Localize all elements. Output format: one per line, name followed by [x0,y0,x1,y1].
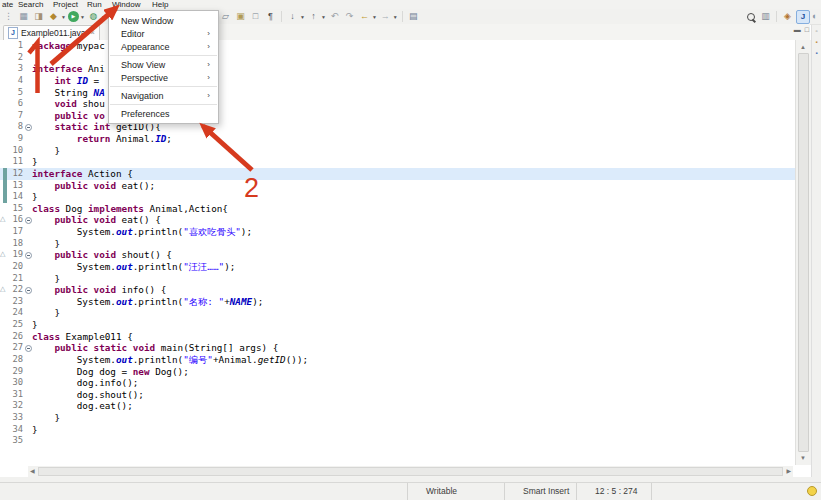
restore-views-icon[interactable]: ▫ [815,28,817,34]
horizontal-scrollbar-thumb[interactable] [38,467,783,476]
fold-ruler [23,261,32,273]
outline-icon[interactable]: ▪ [815,50,817,56]
next-annotation-button[interactable]: ↓ [286,10,299,23]
external-tools-button[interactable]: ◆ [47,10,60,23]
clipped-icon[interactable]: ⋮ [2,10,15,23]
annotation-ruler [0,331,9,343]
fold-ruler [23,307,32,319]
prev-annotation-button-caret-icon[interactable]: ▼ [321,14,326,20]
java-perspective-button[interactable]: J [796,10,810,24]
back-button[interactable]: ← [358,10,371,23]
override-marker-icon[interactable]: △ [0,215,5,222]
annotation-ruler [0,87,9,99]
open-console-icon[interactable]: ▤ [407,10,420,23]
menubar-item-run[interactable]: Run [87,0,102,9]
prev-annotation-button[interactable]: ↑ [307,10,320,23]
fold-marker-icon[interactable] [25,345,32,352]
code-text: interface Ani [32,63,105,75]
scroll-up-icon[interactable]: ▲ [800,44,806,50]
open-perspective-icon[interactable]: ◈ [781,10,794,23]
fold-ruler [23,366,32,378]
fold-ruler [23,377,32,389]
line-number: 17 [9,226,23,238]
code-line: 12interface Action { [0,168,795,180]
menu-item-navigation[interactable]: Navigation› [109,89,218,102]
menu-item-editor[interactable]: Editor› [109,27,218,40]
tab-close-icon[interactable]: × [90,29,95,37]
code-text: dog.info(); [32,377,138,389]
window-menu-dropdown: New WindowEditor›Appearance›Show View›Pe… [108,10,219,124]
open-task-icon[interactable]: ▥ [759,10,772,23]
code-text: class Dog implements Animal,Action{ [32,203,228,215]
fold-marker-icon[interactable] [25,287,32,294]
line-number: 3 [9,63,23,75]
vertical-scrollbar-thumb[interactable] [798,53,809,452]
code-line: 31 dog.shout(); [0,389,795,401]
run-button[interactable]: ▶ [68,11,79,22]
annotation-ruler [0,226,9,238]
fold-ruler [23,296,32,308]
line-number: 6 [9,98,23,110]
annotation-ruler [0,377,9,389]
task-list-icon[interactable]: ▪ [815,39,817,45]
scroll-left-icon[interactable]: ◀ [30,468,35,475]
maximize-icon[interactable]: □ [805,26,809,33]
override-marker-icon[interactable]: △ [0,250,5,257]
menubar-item-window[interactable]: Window [112,0,140,9]
menu-item-appearance[interactable]: Appearance› [109,40,218,53]
menu-item-show-view[interactable]: Show View› [109,58,218,71]
submenu-chevron-icon: › [207,29,210,38]
annotation-ruler [0,121,9,133]
back-button-caret-icon[interactable]: ▼ [372,14,377,20]
forward-button-caret-icon[interactable]: ▼ [393,14,398,20]
open-type-icon[interactable]: ▣ [234,10,247,23]
new-class-icon[interactable]: ▱ [219,10,232,23]
menubar-item-ate[interactable]: ate [2,0,13,9]
scroll-right-icon[interactable]: ▶ [786,468,791,475]
run-button-caret-icon[interactable]: ▼ [80,14,85,20]
line-number: 31 [9,389,23,401]
external-tools-button-caret-icon[interactable]: ▼ [61,14,66,20]
redo-icon[interactable]: ↷ [343,10,356,23]
show-whitespace-icon[interactable]: ¶ [264,10,277,23]
clipped-perspective-icon[interactable]: ◐ [812,10,818,23]
tab-example011[interactable]: J Example011.java × [3,25,100,40]
menu-item-new-window[interactable]: New Window [109,14,218,27]
scroll-down-icon[interactable]: ▼ [800,455,806,461]
annotation-ruler [0,319,9,331]
vertical-scrollbar[interactable]: ▲ ▼ [795,40,811,465]
submenu-chevron-icon: › [207,73,210,82]
line-number: 35 [9,435,23,447]
fold-ruler [23,249,32,261]
forward-button[interactable]: → [379,10,392,23]
annotation-ruler [0,98,9,110]
fold-marker-icon[interactable] [25,217,32,224]
menu-item-perspective[interactable]: Perspective› [109,71,218,84]
menu-item-preferences[interactable]: Preferences [109,107,218,120]
java-file-icon: J [8,27,18,39]
pin-editor-icon[interactable]: □ [249,10,262,23]
annotation-ruler [0,238,9,250]
horizontal-scrollbar[interactable]: ◀ ▶ [28,466,793,477]
undo-icon[interactable]: ↶ [328,10,341,23]
coverage-button[interactable]: ◍ [87,10,100,23]
fold-ruler [23,214,32,226]
line-number: 25 [9,319,23,331]
menubar-item-help[interactable]: Help [152,0,168,9]
coverage-button-caret-icon[interactable]: ▼ [101,14,106,20]
search-icon [747,13,755,21]
next-annotation-button-caret-icon[interactable]: ▼ [300,14,305,20]
menubar-item-search[interactable]: Search [18,0,43,9]
fold-marker-icon[interactable] [25,124,32,131]
table-icon[interactable]: ▦ [17,10,30,23]
wrench-icon[interactable]: ◨ [32,10,45,23]
search-icon[interactable] [744,10,757,23]
fold-marker-icon[interactable] [25,252,32,259]
override-marker-icon[interactable]: △ [0,285,5,292]
menubar-item-project[interactable]: Project [53,0,78,9]
annotation-ruler [0,168,9,180]
code-line: 23 System.out.println("名称: "+NAME); [0,296,795,308]
fold-ruler [23,424,32,436]
code-text: class Example011 { [32,331,133,343]
minimize-icon[interactable]: ▬ [794,26,801,33]
